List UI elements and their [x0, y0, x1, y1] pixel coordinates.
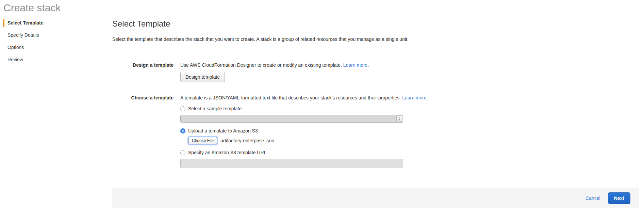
choose-learn-more-link[interactable]: Learn more. [402, 95, 428, 100]
design-template-text-span: Use AWS CloudFormation Designer to creat… [180, 62, 343, 68]
sidebar-item-label: Options [7, 45, 24, 50]
uploaded-file-name: artifactory-enterprise.json [220, 138, 274, 143]
radio-button-icon[interactable] [180, 150, 185, 155]
create-stack-page: Create stack Select Template Specify Det… [0, 0, 644, 208]
sidebar-item-label: Review [7, 57, 23, 62]
chevron-up-icon: ▲ [398, 116, 400, 119]
sidebar-item-label: Specify Details [7, 32, 39, 38]
radio-option-label: Specify an Amazon S3 template URL [188, 150, 266, 155]
active-step-bar [3, 19, 4, 27]
wizard-steps-sidebar: Select Template Specify Details Options … [0, 18, 112, 67]
sample-template-select[interactable]: ▲▼ [180, 115, 403, 123]
s3-template-url-input[interactable] [180, 159, 403, 168]
main-content: Select Template Select the template that… [112, 18, 639, 208]
radio-button-icon[interactable] [180, 106, 185, 111]
layout: Select Template Specify Details Options … [0, 18, 639, 208]
chevron-down-icon: ▼ [398, 119, 400, 121]
next-button[interactable]: Next [608, 192, 630, 204]
radio-option-label: Upload a template to Amazon S3 [188, 128, 258, 133]
design-template-text: Use AWS CloudFormation Designer to creat… [180, 62, 639, 68]
design-learn-more-link[interactable]: Learn more. [343, 62, 369, 68]
sidebar-item-select-template[interactable]: Select Template [0, 18, 112, 27]
choose-template-row: Choose a template A template is a JSON/Y… [112, 94, 639, 168]
radio-option-s3-url[interactable]: Specify an Amazon S3 template URL [180, 150, 639, 155]
wizard-footer: Cancel Next [112, 188, 639, 208]
choose-template-text-span: A template is a JSON/YAML-formatted text… [180, 95, 402, 100]
design-template-row: Design a template Use AWS CloudFormation… [112, 62, 639, 82]
sidebar-item-label: Select Template [7, 20, 44, 26]
section-heading: Select Template [112, 19, 639, 29]
design-template-button[interactable]: Design template [180, 72, 225, 82]
sidebar-item-review[interactable]: Review [0, 55, 112, 64]
page-title: Create stack [3, 2, 639, 14]
file-upload-row: Choose File artifactory-enterprise.json [188, 137, 639, 144]
select-stepper-icon: ▲▼ [396, 115, 402, 122]
choose-file-button[interactable]: Choose File [188, 137, 217, 144]
sidebar-item-specify-details[interactable]: Specify Details [0, 31, 112, 40]
radio-option-upload-template[interactable]: Upload a template to Amazon S3 [180, 128, 639, 133]
radio-option-label: Select a sample template [188, 106, 242, 111]
cancel-button[interactable]: Cancel [585, 195, 600, 201]
choose-template-label: Choose a template [112, 94, 174, 100]
choose-template-value: A template is a JSON/YAML-formatted text… [180, 94, 639, 168]
choose-template-text: A template is a JSON/YAML-formatted text… [180, 94, 639, 100]
heading-divider [112, 32, 639, 32]
radio-button-icon[interactable] [180, 128, 185, 133]
design-template-label: Design a template [112, 62, 174, 68]
design-template-value: Use AWS CloudFormation Designer to creat… [180, 62, 639, 82]
radio-option-sample-template[interactable]: Select a sample template [180, 106, 639, 111]
section-description: Select the template that describes the s… [112, 36, 639, 42]
sidebar-item-options[interactable]: Options [0, 43, 112, 52]
